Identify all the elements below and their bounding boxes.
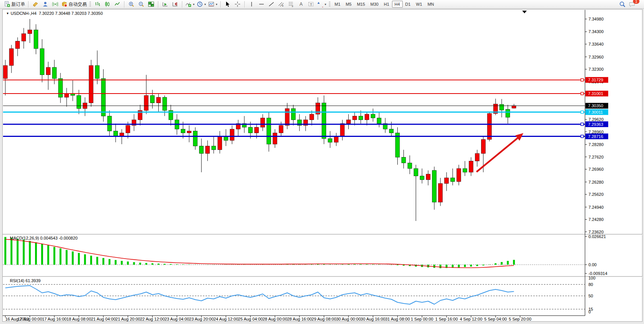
timeframe-m5-button[interactable]: M5 xyxy=(343,1,354,8)
chart-menu-icon[interactable]: ▼ xyxy=(6,12,9,15)
candle-up[interactable] xyxy=(230,129,234,141)
candle-down[interactable] xyxy=(420,176,424,180)
horizontal-line-tool-button[interactable] xyxy=(257,0,266,8)
candle-down[interactable] xyxy=(414,168,418,176)
candle-up[interactable] xyxy=(65,94,69,97)
candle-down[interactable] xyxy=(432,170,437,202)
periods-button[interactable]: ▾ xyxy=(196,0,207,8)
candle-down[interactable] xyxy=(40,49,44,75)
search-button[interactable] xyxy=(617,0,627,8)
crosshair-tool-button[interactable] xyxy=(233,0,242,8)
candle-up[interactable] xyxy=(310,114,314,120)
data-window-button[interactable] xyxy=(40,0,50,8)
candle-up[interactable] xyxy=(512,106,516,108)
candle-up[interactable] xyxy=(218,137,222,149)
line-chart-button[interactable] xyxy=(112,0,122,8)
tile-windows-button[interactable] xyxy=(146,0,156,8)
candle-down[interactable] xyxy=(150,95,155,103)
zoom-in-button[interactable] xyxy=(126,0,136,8)
price-axis[interactable]: 7.349807.343007.336407.329607.323007.316… xyxy=(585,17,608,234)
zoom-out-button[interactable] xyxy=(136,0,146,8)
candle-down[interactable] xyxy=(52,67,56,79)
candle-down[interactable] xyxy=(249,127,253,133)
candle-up[interactable] xyxy=(89,65,93,103)
candle-up[interactable] xyxy=(481,140,485,154)
toolbar-drag-handle[interactable] xyxy=(89,2,91,7)
candle-down[interactable] xyxy=(101,79,105,116)
candle-up[interactable] xyxy=(187,131,191,133)
toolbar-drag-handle[interactable] xyxy=(329,2,330,7)
candle-down[interactable] xyxy=(402,157,406,163)
candlestick-chart-button[interactable] xyxy=(102,0,112,8)
candle-up[interactable] xyxy=(261,118,265,127)
fibonacci-tool-button[interactable]: F xyxy=(286,0,296,8)
candle-down[interactable] xyxy=(359,116,363,120)
candle-up[interactable] xyxy=(206,146,210,154)
candle-up[interactable] xyxy=(273,133,277,145)
candle-up[interactable] xyxy=(156,97,161,103)
candle-down[interactable] xyxy=(408,163,412,168)
chart-shift-button[interactable] xyxy=(170,0,180,8)
candle-up[interactable] xyxy=(469,161,473,172)
candle-down[interactable] xyxy=(500,105,504,110)
candle-up[interactable] xyxy=(457,168,461,181)
candle-down[interactable] xyxy=(463,168,467,172)
new-order-button[interactable]: 新订单 xyxy=(3,0,26,8)
candle-up[interactable] xyxy=(334,137,338,142)
text-label-tool-button[interactable]: T xyxy=(306,0,316,8)
trendline-tool-button[interactable] xyxy=(266,0,276,8)
candle-up[interactable] xyxy=(279,125,283,133)
timeframe-h1-button[interactable]: H1 xyxy=(381,1,392,8)
candle-up[interactable] xyxy=(340,124,344,137)
candle-down[interactable] xyxy=(371,114,375,118)
channel-tool-button[interactable]: E xyxy=(276,0,286,8)
candle-up[interactable] xyxy=(144,95,148,110)
candle-down[interactable] xyxy=(389,129,394,133)
candle-up[interactable] xyxy=(16,41,20,49)
candle-up[interactable] xyxy=(255,127,259,133)
market-watch-button[interactable] xyxy=(30,0,40,8)
timeframe-d1-button[interactable]: D1 xyxy=(403,1,413,8)
candle-down[interactable] xyxy=(58,79,62,97)
candle-up[interactable] xyxy=(475,154,479,161)
rsi-panel[interactable]: 1008050150 xyxy=(3,276,595,314)
candle-down[interactable] xyxy=(224,137,228,140)
candle-up[interactable] xyxy=(285,108,289,125)
arrows-tool-button[interactable]: ▾ xyxy=(316,0,327,8)
candle-down[interactable] xyxy=(181,129,185,133)
macd-panel[interactable]: 0.0266210.00-0.009314 xyxy=(3,234,607,276)
auto-scroll-button[interactable] xyxy=(160,0,170,8)
candle-up[interactable] xyxy=(445,178,449,184)
candle-down[interactable] xyxy=(506,109,510,117)
text-tool-button[interactable]: A xyxy=(296,0,306,8)
timeframe-mn-button[interactable]: MN xyxy=(425,1,437,8)
cursor-tool-button[interactable] xyxy=(223,0,233,8)
candle-down[interactable] xyxy=(163,97,167,110)
indicators-button[interactable]: ▾ xyxy=(184,0,196,8)
candles[interactable] xyxy=(3,19,516,221)
signal-button[interactable] xyxy=(50,0,60,8)
candle-up[interactable] xyxy=(346,120,351,124)
timeframe-m1-button[interactable]: M1 xyxy=(332,1,343,8)
candle-down[interactable] xyxy=(95,65,99,78)
candle-up[interactable] xyxy=(3,65,8,78)
chart-canvas[interactable]: 7.349807.343007.336407.329607.323007.316… xyxy=(0,0,644,324)
candle-down[interactable] xyxy=(77,95,81,108)
candle-down[interactable] xyxy=(322,103,326,139)
timeframe-w1-button[interactable]: W1 xyxy=(413,1,425,8)
candle-up[interactable] xyxy=(487,113,491,139)
candle-down[interactable] xyxy=(107,116,112,131)
candle-up[interactable] xyxy=(365,114,369,120)
vertical-line-tool-button[interactable] xyxy=(247,0,257,8)
bar-chart-button[interactable] xyxy=(92,0,102,8)
candle-down[interactable] xyxy=(451,178,455,182)
candle-up[interactable] xyxy=(426,174,430,180)
timeframe-h4-button[interactable]: H4 xyxy=(392,1,403,8)
candle-up[interactable] xyxy=(352,116,357,120)
candle-up[interactable] xyxy=(46,67,50,75)
candle-up[interactable] xyxy=(126,125,130,133)
candle-down[interactable] xyxy=(34,30,38,49)
notifications-button[interactable]: 1 xyxy=(627,0,637,8)
time-axis[interactable]: 16 Aug 202317 Aug 00:0017 Aug 16:0018 Au… xyxy=(5,316,531,321)
chart-expand-icon[interactable] xyxy=(522,11,527,13)
